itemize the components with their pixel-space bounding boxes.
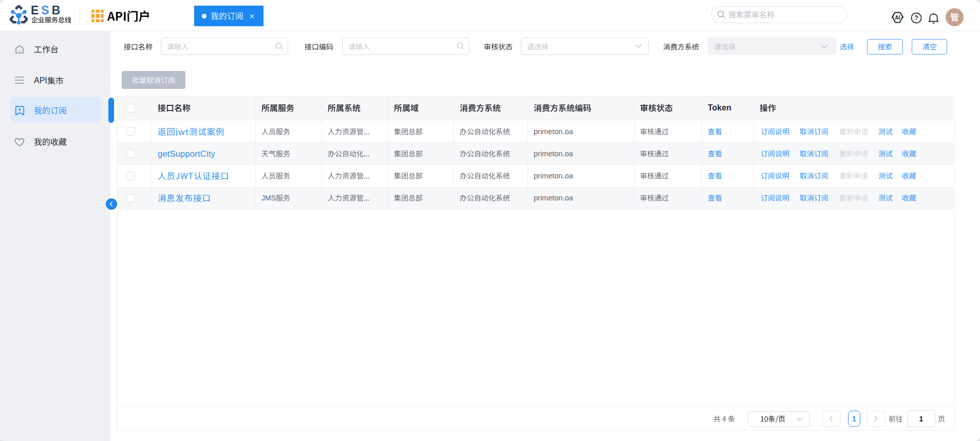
svg-text:?: ? <box>914 14 918 22</box>
svg-text:AI: AI <box>895 14 900 21</box>
